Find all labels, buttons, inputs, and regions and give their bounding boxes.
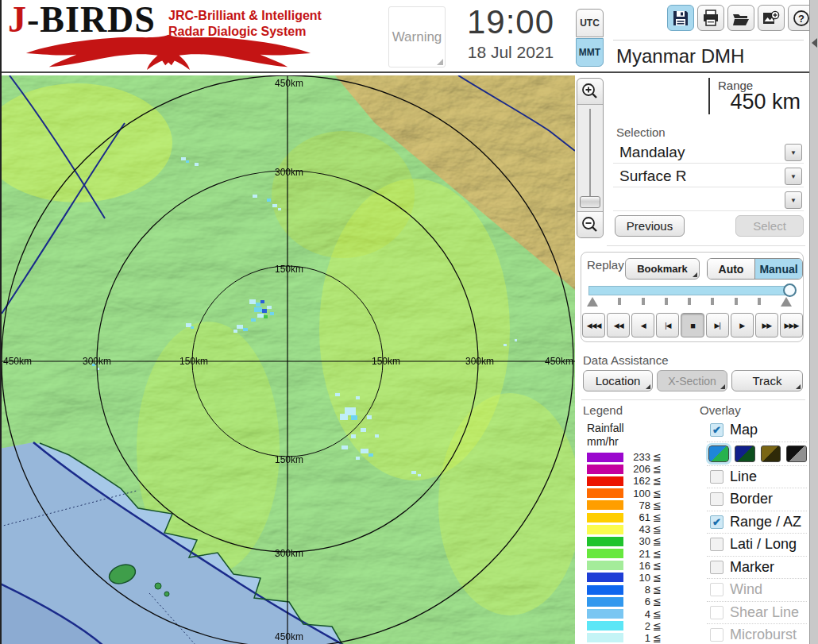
open-folder-button[interactable] bbox=[727, 5, 754, 31]
add-image-icon bbox=[762, 10, 781, 27]
legend-swatch bbox=[587, 453, 623, 462]
date-value: 18 Jul 2021 bbox=[451, 43, 570, 62]
radar-map[interactable]: 450km300km150km150km300km450km450km300km… bbox=[2, 75, 575, 644]
playback-rewind-triple-button[interactable]: ◀◀◀ bbox=[582, 313, 605, 337]
overlay-item-map[interactable]: ✔Map bbox=[707, 419, 807, 442]
svg-text:150km: 150km bbox=[275, 454, 303, 465]
playback-forward-triple-button[interactable]: ▶▶▶ bbox=[780, 313, 803, 337]
legend-value: 100 bbox=[628, 488, 650, 499]
legend-swatch bbox=[587, 609, 623, 619]
svg-text:300km: 300km bbox=[465, 356, 494, 367]
auto-mode-button[interactable]: Auto bbox=[708, 259, 754, 279]
overlay-item-border[interactable]: Border bbox=[707, 488, 807, 511]
legend-swatch bbox=[587, 573, 623, 582]
checkbox[interactable] bbox=[710, 628, 723, 642]
playback-forward-double-button[interactable]: ▶▶ bbox=[755, 313, 778, 337]
legend-value: 10 bbox=[628, 572, 650, 584]
select-button[interactable]: Select bbox=[735, 215, 804, 237]
divider bbox=[607, 245, 805, 246]
replay-slider-ticks bbox=[587, 297, 792, 307]
legend-operator: ≦ bbox=[653, 584, 662, 596]
chevron-down-icon[interactable]: ▼ bbox=[785, 144, 802, 161]
playback-play-reverse-button[interactable]: ◀ bbox=[631, 313, 654, 337]
checkbox[interactable] bbox=[710, 561, 723, 574]
legend-value: 4 bbox=[628, 608, 650, 620]
playback-rewind-double-button[interactable]: ◀◀ bbox=[607, 313, 630, 337]
x-section-button[interactable]: X-Section bbox=[657, 370, 727, 391]
fold-mark bbox=[693, 272, 697, 277]
overlay-item-marker[interactable]: Marker bbox=[707, 557, 807, 580]
legend-swatch bbox=[587, 525, 623, 534]
checkbox[interactable] bbox=[710, 538, 723, 551]
checkbox[interactable] bbox=[710, 492, 723, 506]
site-dropdown[interactable]: Mandalay ▼ bbox=[613, 142, 804, 164]
checkbox[interactable] bbox=[710, 470, 723, 484]
legend-operator: ≦ bbox=[653, 475, 662, 487]
legend-swatch bbox=[587, 597, 623, 607]
legend-entry: 100≦ bbox=[587, 488, 682, 499]
playback-step-last-button[interactable]: ▶| bbox=[706, 313, 729, 337]
chevron-down-icon[interactable]: ▼ bbox=[785, 191, 802, 209]
overlay-item-line[interactable]: Line bbox=[707, 466, 807, 489]
legend-unit-line2: mm/hr bbox=[587, 435, 682, 449]
playback-play-button[interactable]: ▶ bbox=[731, 313, 754, 337]
divider bbox=[581, 399, 805, 400]
checkbox-checked[interactable]: ✔ bbox=[710, 515, 723, 529]
map-style-1[interactable] bbox=[708, 445, 729, 462]
zoom-slider-handle[interactable] bbox=[580, 196, 600, 208]
legend-label: Legend bbox=[583, 403, 623, 417]
legend-entry: 43≦ bbox=[587, 523, 682, 535]
checkbox[interactable] bbox=[710, 583, 723, 596]
radar-map-canvas: 450km300km150km150km300km450km450km300km… bbox=[2, 75, 575, 644]
print-button[interactable] bbox=[697, 5, 724, 31]
mmt-toggle-button[interactable]: MMT bbox=[576, 38, 604, 67]
legend-entry: 61≦ bbox=[587, 511, 682, 523]
manual-mode-button[interactable]: Manual bbox=[754, 259, 802, 279]
zoom-out-button[interactable] bbox=[577, 211, 603, 237]
track-button[interactable]: Track bbox=[731, 370, 803, 391]
product-dropdown-value: Surface R bbox=[619, 168, 686, 185]
overlay-item-shear-line: Shear Line bbox=[707, 602, 807, 625]
map-style-2[interactable] bbox=[735, 445, 755, 462]
legend-entry: 4≦ bbox=[587, 607, 682, 619]
save-button[interactable] bbox=[667, 5, 694, 31]
svg-text:150km: 150km bbox=[179, 356, 208, 367]
legend-entry: 10≦ bbox=[587, 572, 682, 584]
zoom-slider-track[interactable] bbox=[589, 109, 591, 206]
map-style-3[interactable] bbox=[761, 445, 781, 462]
playback-step-first-button[interactable]: |◀ bbox=[656, 313, 679, 337]
product-dropdown[interactable]: Surface R ▼ bbox=[613, 166, 804, 187]
overlay-item-label: Wind bbox=[730, 581, 762, 598]
overlay-options: ✔MapLineBorder✔Range / AZLati / LongMark… bbox=[707, 419, 807, 644]
legend-swatch bbox=[587, 500, 623, 510]
playback-stop-button[interactable]: ■ bbox=[681, 313, 704, 337]
replay-slider-handle[interactable] bbox=[783, 283, 797, 297]
checkbox-checked[interactable]: ✔ bbox=[710, 423, 723, 437]
overlay-item-range-az[interactable]: ✔Range / AZ bbox=[707, 511, 807, 534]
x-section-label: X-Section bbox=[668, 375, 716, 388]
panel-edge-strip[interactable] bbox=[809, 0, 818, 644]
overlay-item-microburst: Microburst bbox=[707, 624, 807, 644]
add-image-button[interactable] bbox=[758, 5, 785, 31]
option-dropdown[interactable]: ▼ bbox=[613, 190, 804, 211]
zoom-in-button[interactable] bbox=[577, 79, 603, 105]
bookmark-button[interactable]: Bookmark bbox=[625, 258, 700, 280]
rainfall-legend: Rainfall mm/hr 233≦206≦162≦100≦78≦61≦43≦… bbox=[587, 422, 682, 644]
legend-entry: 30≦ bbox=[587, 535, 682, 547]
legend-value: 2 bbox=[628, 620, 650, 632]
slider-tick bbox=[758, 298, 761, 305]
legend-operator: ≦ bbox=[653, 620, 662, 632]
replay-timeline-slider[interactable] bbox=[588, 286, 790, 295]
range-value: 450 km bbox=[730, 90, 801, 114]
warning-button[interactable]: Warning bbox=[388, 6, 446, 67]
checkbox[interactable] bbox=[710, 606, 723, 619]
slider-tick bbox=[711, 298, 714, 305]
location-button[interactable]: Location bbox=[583, 370, 653, 391]
chevron-down-icon[interactable]: ▼ bbox=[785, 168, 802, 185]
utc-toggle-button[interactable]: UTC bbox=[576, 9, 604, 37]
previous-button[interactable]: Previous bbox=[615, 215, 685, 237]
legend-swatch bbox=[587, 585, 623, 595]
legend-value: 8 bbox=[628, 584, 650, 596]
overlay-item-lati-long[interactable]: Lati / Long bbox=[707, 534, 807, 557]
map-style-4[interactable] bbox=[786, 445, 807, 462]
